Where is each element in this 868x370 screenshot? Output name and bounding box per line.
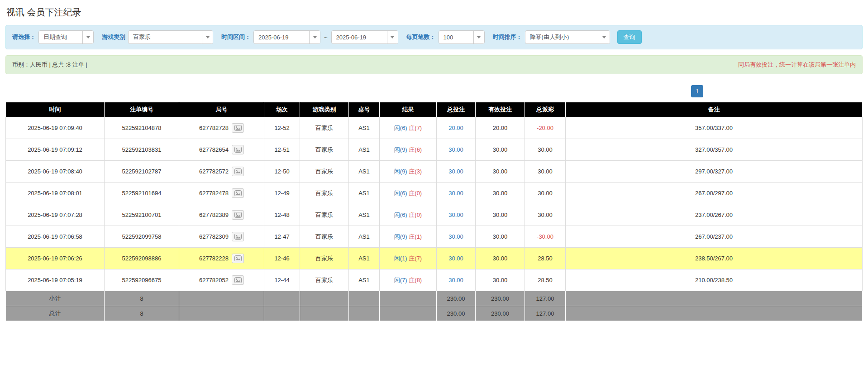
banker-result: 庄(1) bbox=[409, 233, 422, 240]
range-separator: ~ bbox=[323, 34, 329, 41]
banker-result: 庄(7) bbox=[409, 125, 422, 131]
bet-id-cell: 522592098886 bbox=[105, 248, 179, 269]
note-cell: 237.00/267.00 bbox=[566, 204, 863, 226]
summary-total-bet-cell: 230.00 bbox=[437, 291, 476, 306]
chevron-down-icon[interactable] bbox=[202, 31, 213, 43]
total-bet-cell: 30.00 bbox=[437, 248, 476, 269]
summary-note-cell bbox=[566, 291, 863, 306]
table-row: 2025-06-19 07:08:01522592101694627782478… bbox=[6, 183, 863, 204]
banker-result: 庄(8) bbox=[409, 277, 422, 284]
payout-cell: 30.00 bbox=[525, 139, 566, 161]
player-result: 闲(6) bbox=[394, 211, 407, 218]
page-title: 视讯 会员下注纪录 bbox=[6, 6, 863, 19]
summary-label-cell: 总计 bbox=[6, 306, 105, 321]
sort-order-dropdown[interactable]: 降幂(由大到小) bbox=[525, 30, 610, 44]
round-id-text: 627782572 bbox=[199, 168, 229, 175]
replay-video-icon[interactable] bbox=[232, 232, 244, 241]
summary-count-cell: 8 bbox=[105, 291, 179, 306]
time-cell: 2025-06-19 07:06:26 bbox=[6, 248, 105, 269]
replay-video-icon[interactable] bbox=[232, 167, 244, 176]
total-bet-link[interactable]: 30.00 bbox=[448, 146, 463, 153]
summary-payout-cell: 127.00 bbox=[525, 291, 566, 306]
valid-bet-cell: 30.00 bbox=[476, 204, 525, 226]
result-cell: 闲(6) 庄(0) bbox=[380, 204, 437, 226]
bet-id-cell: 522592103831 bbox=[105, 139, 179, 161]
column-header-valid-bet: 有效投注 bbox=[476, 102, 525, 117]
payout-cell: 28.50 bbox=[525, 269, 566, 291]
payout-cell: 30.00 bbox=[525, 183, 566, 204]
column-header-payout: 总派彩 bbox=[525, 102, 566, 117]
payout-cell: 28.50 bbox=[525, 248, 566, 269]
column-header-time: 时间 bbox=[6, 102, 105, 117]
player-result: 闲(9) bbox=[394, 146, 407, 153]
date-from-picker[interactable]: 2025-06-19 bbox=[253, 30, 320, 44]
summary-valid-bet-cell: 230.00 bbox=[476, 291, 525, 306]
time-cell: 2025-06-19 07:08:40 bbox=[6, 161, 105, 183]
replay-video-icon[interactable] bbox=[232, 275, 244, 285]
result-cell: 闲(9) 庄(3) bbox=[380, 161, 437, 183]
player-result: 闲(6) bbox=[394, 125, 407, 131]
table-footer: 小计8230.00230.00127.00总计8230.00230.00127.… bbox=[6, 291, 863, 321]
table-no-cell: AS1 bbox=[349, 183, 380, 204]
table-row: 2025-06-19 07:06:58522592099758627782309… bbox=[6, 226, 863, 248]
round-id-cell: 627782478 bbox=[179, 183, 264, 204]
column-header-result: 结果 bbox=[380, 102, 437, 117]
replay-video-icon[interactable] bbox=[232, 210, 244, 220]
banker-result: 庄(0) bbox=[409, 190, 422, 197]
valid-bet-cell: 30.00 bbox=[476, 139, 525, 161]
chevron-down-icon[interactable] bbox=[473, 31, 484, 43]
round-id-text: 627782478 bbox=[199, 190, 229, 197]
page-size-dropdown[interactable]: 100 bbox=[439, 30, 485, 44]
table-no-cell: AS1 bbox=[349, 139, 380, 161]
game-type-cell: 百家乐 bbox=[300, 117, 349, 139]
total-bet-link[interactable]: 30.00 bbox=[448, 190, 463, 197]
total-bet-link[interactable]: 30.00 bbox=[448, 255, 463, 262]
summary-note-cell bbox=[566, 306, 863, 321]
valid-bet-cell: 30.00 bbox=[476, 226, 525, 248]
bet-id-cell: 522592104878 bbox=[105, 117, 179, 139]
total-bet-link[interactable]: 30.00 bbox=[448, 168, 463, 175]
query-type-dropdown[interactable]: 日期查询 bbox=[38, 30, 94, 44]
total-bet-cell: 30.00 bbox=[437, 269, 476, 291]
summary-row: 小计8230.00230.00127.00 bbox=[6, 291, 863, 306]
summary-label-cell: 小计 bbox=[6, 291, 105, 306]
page-container: 视讯 会员下注纪录 请选择： 日期查询 游戏类别 百家乐 时间区间： 2025-… bbox=[0, 0, 868, 326]
replay-video-icon[interactable] bbox=[232, 188, 244, 198]
chevron-down-icon[interactable] bbox=[82, 31, 93, 43]
chevron-down-icon[interactable] bbox=[309, 31, 320, 43]
chevron-down-icon[interactable] bbox=[387, 31, 398, 43]
total-bet-link[interactable]: 30.00 bbox=[448, 211, 463, 218]
replay-video-icon[interactable] bbox=[232, 145, 244, 154]
date-from-value: 2025-06-19 bbox=[254, 31, 309, 43]
date-to-value: 2025-06-19 bbox=[332, 31, 387, 43]
round-id-text: 627782654 bbox=[199, 146, 229, 153]
page-number-button[interactable]: 1 bbox=[691, 85, 703, 97]
result-cell: 闲(1) 庄(7) bbox=[380, 248, 437, 269]
game-type-cell: 百家乐 bbox=[300, 183, 349, 204]
total-bet-link[interactable]: 30.00 bbox=[448, 277, 463, 284]
table-no-cell: AS1 bbox=[349, 248, 380, 269]
summary-row: 总计8230.00230.00127.00 bbox=[6, 306, 863, 321]
bet-id-cell: 522592099758 bbox=[105, 226, 179, 248]
time-cell: 2025-06-19 07:08:01 bbox=[6, 183, 105, 204]
game-type-cell: 百家乐 bbox=[300, 161, 349, 183]
payout-cell: 30.00 bbox=[525, 204, 566, 226]
payout-cell: 30.00 bbox=[525, 161, 566, 183]
date-to-picker[interactable]: 2025-06-19 bbox=[331, 30, 398, 44]
player-result: 闲(9) bbox=[394, 233, 407, 240]
round-id-cell: 627782309 bbox=[179, 226, 264, 248]
currency-total-text: 币别：人民币 | 总共 :8 注单 | bbox=[12, 61, 87, 69]
chevron-down-icon[interactable] bbox=[599, 31, 610, 43]
replay-video-icon[interactable] bbox=[232, 123, 244, 133]
session-cell: 12-49 bbox=[264, 183, 300, 204]
total-bet-link[interactable]: 20.00 bbox=[448, 125, 463, 131]
total-bet-link[interactable]: 30.00 bbox=[448, 233, 463, 240]
replay-video-icon[interactable] bbox=[232, 254, 244, 263]
search-button[interactable]: 查询 bbox=[617, 30, 642, 44]
player-result: 闲(1) bbox=[394, 255, 407, 262]
session-cell: 12-51 bbox=[264, 139, 300, 161]
column-header-round-id: 局号 bbox=[179, 102, 264, 117]
game-type-dropdown[interactable]: 百家乐 bbox=[128, 30, 213, 44]
session-cell: 12-52 bbox=[264, 117, 300, 139]
player-result: 闲(9) bbox=[394, 168, 407, 175]
